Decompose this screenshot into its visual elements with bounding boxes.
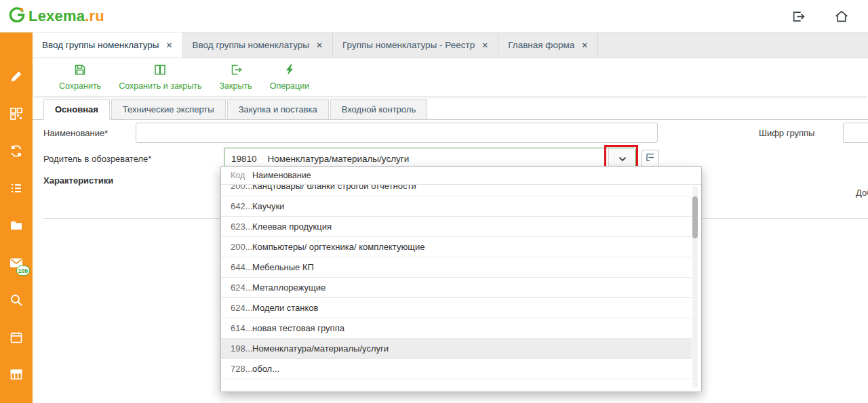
add-button[interactable]: Добав [856,188,868,198]
pencil-icon[interactable] [9,69,24,84]
tree-icon [645,152,656,165]
folder-icon[interactable] [9,218,24,233]
item-code: 624... [221,303,252,313]
toolbar: Сохранить Сохранить и закрыть Закрыть Оп… [33,58,868,96]
dropdown-list-item[interactable]: 623... Клеевая продукция [221,217,692,237]
close-icon[interactable]: ✕ [581,41,588,49]
dropdown-list-item[interactable]: 644... Мебельные КП [221,257,692,278]
item-name: Каучуки [252,201,284,211]
chevron-down-icon [618,154,627,164]
item-name: Металлорежущие [252,282,326,293]
item-code: 200... [221,185,252,191]
name-input[interactable] [136,123,658,143]
qr-grid-icon[interactable] [9,106,24,121]
tab-vvod-gruppy-1[interactable]: Ввод группы номенклатуры ✕ [33,33,183,58]
parent-label: Родитель в обозревателе* [43,154,151,164]
item-code: 644... [221,262,252,272]
close-form-icon [229,63,243,79]
save-icon [73,63,87,79]
topbar: Lexema.ru [0,0,868,33]
item-name: Модели станков [252,303,318,313]
dropdown-rows: 200... Канцтовары/ бланки строгой отчетн… [221,185,692,385]
item-code: 614... [221,323,252,333]
main-area: Ввод группы номенклатуры ✕ Ввод группы н… [33,33,868,403]
search-icon[interactable] [9,293,24,307]
dropdown-scrollbar-track[interactable] [692,186,698,387]
tab-tech-experty[interactable]: Технические эксперты [111,99,226,120]
item-name: Номенклатура/материалы/услуги [252,343,389,354]
dropdown-scrollbar-thumb[interactable] [692,196,698,238]
calendar-icon[interactable] [9,330,24,345]
tab-glavnaya-forma[interactable]: Главная форма ✕ [498,33,598,58]
save-button[interactable]: Сохранить [50,63,110,91]
close-icon[interactable]: ✕ [316,41,323,49]
parent-code-value: 19810 [224,154,257,164]
home-icon[interactable] [834,9,849,24]
data-grid-icon[interactable] [9,367,24,382]
item-code: 200... [221,242,252,252]
close-icon[interactable]: ✕ [165,41,172,49]
logo-text-main: Lexema [28,7,85,24]
operations-button[interactable]: Операции [261,63,318,91]
item-code: 624... [221,282,252,293]
item-code: 198... [221,343,252,354]
dropdown-list-item[interactable]: 614... новая тестовая группа [221,318,692,339]
name-label: Наименование* [43,128,108,138]
dropdown-header-row: Код Наименование [221,167,701,185]
dropdown-list-item[interactable]: 198... Номенклатура/материалы/услуги [221,339,692,359]
sidebar: 109 [0,33,33,403]
close-form-button-label: Закрыть [220,81,252,91]
tasks-icon[interactable] [9,181,24,196]
tab-gruppy-reestr[interactable]: Группы номенклатуры - Реестр ✕ [333,33,498,58]
window-tabstrip: Ввод группы номенклатуры ✕ Ввод группы н… [33,33,868,58]
sync-icon[interactable] [9,144,24,158]
item-name: Канцтовары/ бланки строгой отчетности [252,185,416,191]
lexema-logo-icon [8,6,26,26]
save-close-icon [153,63,167,79]
tab-label: Главная форма [508,40,574,50]
close-icon[interactable]: ✕ [481,41,488,49]
dropdown-col-name: Наименование [252,171,311,180]
item-name: новая тестовая группа [252,323,344,333]
form-tabstrip: Основная Технические эксперты Закупка и … [33,99,868,120]
operations-button-label: Операции [270,81,309,91]
mail-count-badge: 109 [16,266,30,276]
save-close-button-label: Сохранить и закрыть [119,81,201,91]
item-code: 728... [221,364,252,374]
tab-label: Группы номенклатуры - Реестр [342,40,475,50]
tab-label: Ввод группы номенклатуры [193,40,309,50]
dropdown-col-code: Код [221,171,252,180]
item-name: Мебельные КП [252,262,314,272]
item-code: 642... [221,201,252,211]
group-code-input[interactable] [843,123,868,143]
parent-name-value: Номенклатура/материалы/услуги [268,154,410,164]
item-name: Клеевая продукция [252,221,332,232]
tab-vhodnoy-kontrol[interactable]: Входной контроль [330,99,427,120]
tab-label: Ввод группы номенклатуры [42,40,159,50]
item-code: 623... [221,221,252,232]
logo-text-tld: .ru [85,7,104,24]
item-name: Компьютеры/ оргтехника/ комплектующие [252,242,425,252]
item-name: обол... [252,364,279,374]
tree-view-button[interactable] [642,150,659,167]
dropdown-list-item[interactable]: 642... Каучуки [221,196,692,217]
characteristics-heading: Характеристики [43,175,113,186]
save-close-button[interactable]: Сохранить и закрыть [110,63,210,91]
close-form-button[interactable]: Закрыть [211,63,261,91]
dropdown-list-item[interactable]: 200... Компьютеры/ оргтехника/ комплекту… [221,237,692,257]
tab-osnovnaya[interactable]: Основная [43,99,110,120]
tab-vvod-gruppy-2[interactable]: Ввод группы номенклатуры ✕ [183,33,334,58]
dropdown-list-item[interactable]: 624... Металлорежущие [221,278,692,298]
mail-icon[interactable]: 109 [9,255,24,270]
dropdown-list-item[interactable]: 728... обол... [221,359,692,379]
save-button-label: Сохранить [59,81,101,91]
external-window-icon[interactable] [791,9,806,24]
dropdown-list-item[interactable]: 624... Модели станков [221,298,692,318]
dropdown-list-item[interactable]: 200... Канцтовары/ бланки строгой отчетн… [221,185,692,196]
operations-icon [283,63,296,79]
parent-dropdown-popup: Код Наименование 200... Канцтовары/ блан… [220,166,702,392]
lexema-logo[interactable]: Lexema.ru [8,6,104,26]
tab-zakupka-postavka[interactable]: Закупка и поставка [227,99,329,120]
group-code-label: Шифр группы [759,128,814,138]
